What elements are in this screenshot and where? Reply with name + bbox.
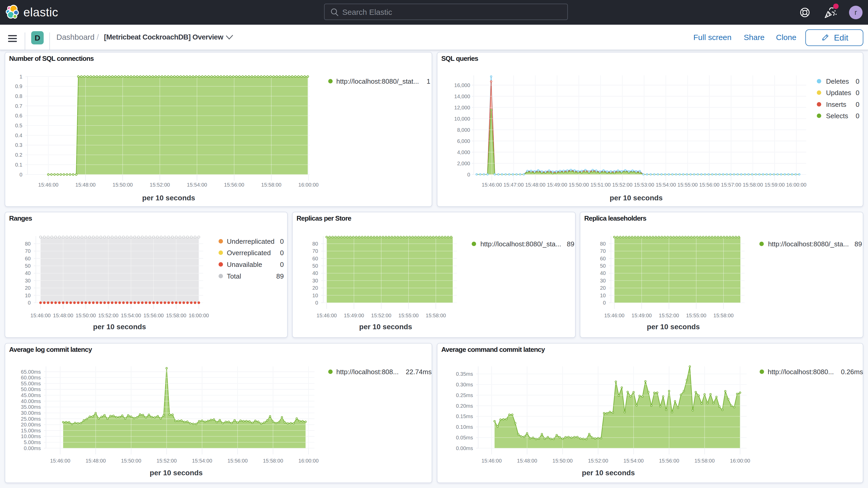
svg-text:0.6: 0.6 bbox=[15, 113, 22, 119]
svg-text:0.35ms: 0.35ms bbox=[456, 371, 473, 377]
svg-text:15:52:00: 15:52:00 bbox=[156, 458, 177, 464]
svg-text:15:58:00: 15:58:00 bbox=[713, 313, 734, 318]
svg-text:15:52:00: 15:52:00 bbox=[150, 182, 170, 188]
svg-text:15:49:00: 15:49:00 bbox=[547, 182, 567, 188]
svg-text:0.9: 0.9 bbox=[15, 84, 22, 89]
svg-text:50.00ms: 50.00ms bbox=[21, 387, 41, 392]
svg-text:15:52:00: 15:52:00 bbox=[659, 313, 679, 318]
svg-text:16:00:00: 16:00:00 bbox=[786, 182, 806, 188]
svg-text:15:48:00: 15:48:00 bbox=[517, 458, 537, 464]
svg-text:15.00ms: 15.00ms bbox=[21, 428, 41, 433]
svg-text:5.00ms: 5.00ms bbox=[24, 439, 41, 445]
svg-text:20: 20 bbox=[312, 285, 318, 291]
svg-text:30: 30 bbox=[312, 278, 318, 283]
svg-text:15:52:00: 15:52:00 bbox=[371, 313, 392, 318]
svg-text:70: 70 bbox=[312, 248, 318, 254]
svg-text:0.15ms: 0.15ms bbox=[456, 414, 473, 419]
svg-text:15:58:00: 15:58:00 bbox=[263, 458, 283, 464]
svg-text:8,000: 8,000 bbox=[457, 127, 470, 133]
svg-text:15:56:00: 15:56:00 bbox=[227, 458, 248, 464]
svg-text:15:53:00: 15:53:00 bbox=[634, 182, 654, 188]
svg-text:0: 0 bbox=[467, 172, 470, 178]
svg-text:15:54:00: 15:54:00 bbox=[623, 458, 644, 464]
svg-text:16:00:00: 16:00:00 bbox=[298, 458, 319, 464]
svg-text:0.2: 0.2 bbox=[15, 152, 22, 158]
svg-text:15:58:00: 15:58:00 bbox=[694, 458, 715, 464]
svg-text:0.25ms: 0.25ms bbox=[456, 392, 473, 398]
svg-text:10: 10 bbox=[312, 293, 318, 298]
svg-text:65.00ms: 65.00ms bbox=[21, 369, 41, 375]
svg-text:30: 30 bbox=[600, 278, 606, 283]
svg-text:0.3: 0.3 bbox=[15, 142, 22, 148]
svg-text:15:48:00: 15:48:00 bbox=[53, 313, 73, 318]
svg-text:0: 0 bbox=[603, 300, 606, 306]
svg-text:15:58:00: 15:58:00 bbox=[743, 182, 763, 188]
svg-text:15:46:00: 15:46:00 bbox=[482, 458, 502, 464]
svg-text:15:54:00: 15:54:00 bbox=[192, 458, 212, 464]
svg-text:40: 40 bbox=[600, 270, 606, 276]
svg-text:12,000: 12,000 bbox=[454, 105, 470, 111]
svg-text:15:58:00: 15:58:00 bbox=[166, 313, 186, 318]
svg-text:60: 60 bbox=[600, 256, 606, 262]
svg-text:0.20ms: 0.20ms bbox=[456, 403, 473, 409]
svg-text:0: 0 bbox=[28, 300, 31, 306]
svg-text:16:00:00: 16:00:00 bbox=[298, 182, 319, 188]
svg-text:15:48:00: 15:48:00 bbox=[86, 458, 106, 464]
svg-text:0.00ms: 0.00ms bbox=[456, 446, 473, 451]
svg-text:15:50:00: 15:50:00 bbox=[75, 313, 96, 318]
svg-text:70: 70 bbox=[25, 248, 31, 254]
svg-text:14,000: 14,000 bbox=[454, 94, 470, 99]
svg-text:per 10 seconds: per 10 seconds bbox=[93, 323, 146, 331]
svg-text:60.00ms: 60.00ms bbox=[21, 375, 41, 380]
svg-text:15:55:00: 15:55:00 bbox=[398, 313, 418, 318]
svg-text:0.4: 0.4 bbox=[15, 132, 22, 138]
svg-text:40.00ms: 40.00ms bbox=[21, 398, 41, 404]
svg-text:50: 50 bbox=[312, 263, 318, 269]
svg-text:15:49:00: 15:49:00 bbox=[631, 313, 652, 318]
svg-text:per 10 seconds: per 10 seconds bbox=[647, 323, 700, 331]
svg-text:30.00ms: 30.00ms bbox=[21, 410, 41, 416]
svg-text:10,000: 10,000 bbox=[454, 116, 470, 122]
svg-text:0.1: 0.1 bbox=[15, 162, 22, 167]
svg-text:6,000: 6,000 bbox=[457, 138, 470, 144]
svg-text:70: 70 bbox=[600, 248, 606, 254]
svg-text:15:46:00: 15:46:00 bbox=[50, 458, 70, 464]
svg-text:15:52:00: 15:52:00 bbox=[98, 313, 119, 318]
svg-text:15:49:00: 15:49:00 bbox=[344, 313, 364, 318]
svg-text:15:51:00: 15:51:00 bbox=[590, 182, 611, 188]
svg-text:15:56:00: 15:56:00 bbox=[699, 182, 720, 188]
svg-text:16:00:00: 16:00:00 bbox=[189, 313, 209, 318]
svg-text:20: 20 bbox=[25, 285, 31, 291]
svg-text:25.00ms: 25.00ms bbox=[21, 416, 41, 422]
svg-text:15:56:00: 15:56:00 bbox=[224, 182, 244, 188]
svg-text:16,000: 16,000 bbox=[454, 82, 470, 88]
svg-text:60: 60 bbox=[25, 256, 31, 262]
svg-text:15:56:00: 15:56:00 bbox=[659, 458, 679, 464]
svg-text:80: 80 bbox=[25, 241, 31, 247]
svg-text:15:46:00: 15:46:00 bbox=[316, 313, 337, 318]
svg-text:15:58:00: 15:58:00 bbox=[426, 313, 446, 318]
svg-text:15:55:00: 15:55:00 bbox=[678, 182, 698, 188]
svg-text:0.8: 0.8 bbox=[15, 93, 22, 99]
svg-text:20.00ms: 20.00ms bbox=[21, 422, 41, 427]
svg-text:30: 30 bbox=[25, 278, 31, 283]
svg-text:15:50:00: 15:50:00 bbox=[121, 458, 142, 464]
svg-text:45.00ms: 45.00ms bbox=[21, 392, 41, 398]
svg-text:15:58:00: 15:58:00 bbox=[261, 182, 281, 188]
svg-text:50: 50 bbox=[25, 263, 31, 269]
svg-text:15:54:00: 15:54:00 bbox=[121, 313, 141, 318]
svg-text:1: 1 bbox=[20, 74, 22, 80]
svg-text:2,000: 2,000 bbox=[457, 160, 470, 166]
svg-text:0.5: 0.5 bbox=[15, 123, 22, 128]
svg-text:15:59:00: 15:59:00 bbox=[765, 182, 785, 188]
svg-text:20: 20 bbox=[600, 285, 606, 291]
svg-text:16:00:00: 16:00:00 bbox=[730, 458, 750, 464]
svg-text:15:48:00: 15:48:00 bbox=[75, 182, 96, 188]
svg-text:15:47:00: 15:47:00 bbox=[503, 182, 524, 188]
svg-text:15:46:00: 15:46:00 bbox=[30, 313, 51, 318]
svg-text:15:52:00: 15:52:00 bbox=[612, 182, 632, 188]
svg-text:per 10 seconds: per 10 seconds bbox=[582, 469, 635, 477]
svg-text:15:57:00: 15:57:00 bbox=[721, 182, 741, 188]
svg-text:15:46:00: 15:46:00 bbox=[38, 182, 59, 188]
svg-text:0.00ms: 0.00ms bbox=[24, 446, 41, 451]
